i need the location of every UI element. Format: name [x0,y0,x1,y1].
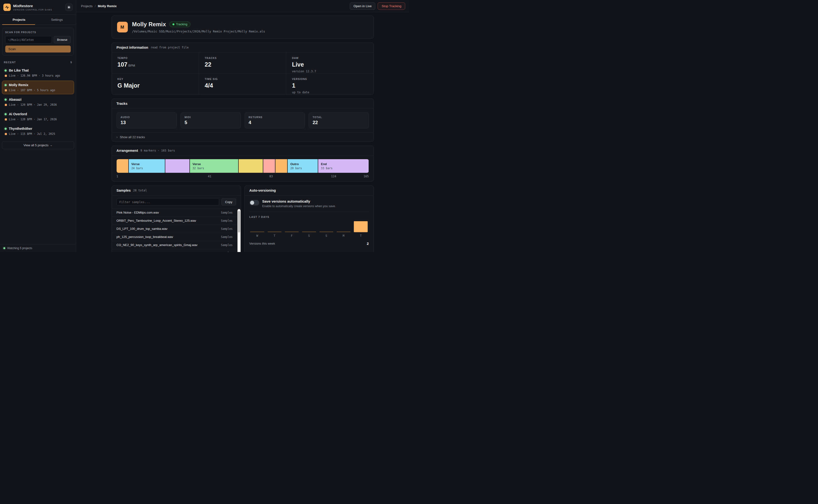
sample-row[interactable]: ph_125_percussion_loop_breakbeat.wavSamp… [112,233,241,241]
sample-filename: Pink Noise - EDMtips.com.wav [116,211,159,214]
track-stat-audio: AUDIO13 [116,112,177,128]
samples-scrollbar-track[interactable] [238,209,241,252]
chart-day-column [250,221,265,232]
recent-project-item[interactable]: ThynthethitherLive · 115 BPM · Jul 2, 20… [2,124,74,138]
arrangement-segment-verse[interactable]: Verse24 bars [129,159,165,173]
recent-project-meta: Live · 126.94 BPM · 3 hours ago [9,74,60,77]
scan-path-input[interactable] [5,36,52,43]
project-information-subtitle: read from project file [150,46,188,49]
samples-scrollbar-thumb[interactable] [238,211,240,232]
daw-live-icon [5,75,7,77]
arrangement-segment-end[interactable]: End33 bars [318,159,369,173]
track-stat-value: 13 [121,120,173,125]
sun-icon [67,5,71,9]
segment-bars: 24 bars [131,167,143,170]
arrangement-segment[interactable] [276,159,288,173]
tracks-card: Tracks AUDIO13MIDI5RETURNS4TOTAL22 › Sho… [111,99,374,142]
arrangement-segment[interactable] [116,159,129,173]
tracking-status-badge: Tracking [169,21,190,27]
scan-for-projects-card: SCAN FOR PROJECTS Browse Scan [2,28,74,56]
recent-project-item[interactable]: Be Like ThatLive · 126.94 BPM · 3 hours … [2,66,74,80]
recent-project-item[interactable]: AbasaziLive · 120 BPM · Jan 29, 2026 [2,95,74,109]
tab-settings[interactable]: Settings [38,15,76,25]
bar-tick: 124 [331,175,336,178]
track-stat-label: TOTAL [313,116,365,119]
chart-day-bar [285,231,299,232]
breadcrumb-current: Molly Remix [98,4,117,8]
sample-row[interactable]: ORBIT_Perc_Tambourine_Loop_Accent_Stereo… [112,217,241,225]
samples-card: Samples 28 total Copy Pink Noise - EDMti… [111,185,241,252]
project-status-dot [5,128,7,130]
sample-folder-badge: Samples [221,243,233,247]
recent-project-name-row: Thynthethither [5,127,71,131]
info-cell-label: KEY [117,78,193,80]
segment-name: End [321,162,332,166]
project-information-grid: TEMPO107BPMTRACKS22DAWLiveversion 12.3.7… [112,53,374,95]
project-title: Molly Remix [132,21,166,28]
recent-project-name: Thynthethither [9,127,32,131]
recent-project-name-row: Molly Remix [5,83,71,87]
browse-button[interactable]: Browse [54,36,71,43]
recent-project-meta-row: Live · 120 BPM · Jan 29, 2026 [5,103,71,106]
sample-row[interactable]: DS_LPT_100_drum_top_samba.wavSamples [112,225,241,233]
info-cell-time-sig: TIME SIG4/4 [199,73,286,95]
recent-project-name-row: Ai Overlord [5,112,71,116]
arrangement-segment-outro[interactable]: Outro20 bars [288,159,318,173]
track-stat-total: TOTAL22 [309,112,369,128]
versions-this-week-label: Versions this week [250,242,275,245]
sample-row[interactable]: Pink Noise - EDMtips.com.wavSamples [112,209,241,217]
info-cell-value: 22 [205,61,280,68]
recent-project-meta-row: Live · 120 BPM · Jan 17, 2026 [5,118,71,121]
project-file-path: /Volumes/Music SSD/Music/Projects/2026/M… [132,30,265,33]
recent-project-name-row: Abasazi [5,98,71,101]
sample-folder-badge: Samples [221,235,233,239]
segment-bars: 20 bars [290,167,302,170]
sample-filename: DS_LPT_100_drum_top_samba.wav [116,227,167,231]
recent-project-item[interactable]: Ai OverlordLive · 120 BPM · Jan 17, 2026 [2,110,74,123]
breadcrumb-projects[interactable]: Projects [81,4,93,8]
sample-filename: LEX_FSPBRJ_158_Piano_Loop_Never_Topline_… [116,251,198,252]
info-cell-subtext: version 12.3.7 [292,70,368,73]
daw-live-icon [5,89,7,91]
track-stat-label: AUDIO [121,116,173,119]
samples-toolbar: Copy [112,195,241,209]
tab-projects[interactable]: Projects [0,15,38,25]
sample-list: Pink Noise - EDMtips.com.wavSamplesORBIT… [112,209,241,252]
project-status-dot [5,69,7,72]
recent-project-name-row: Be Like That [5,68,71,72]
arrangement-segment[interactable] [165,159,190,173]
show-all-tracks-button[interactable]: › Show all 22 tracks [112,132,374,142]
sample-row[interactable]: LEX_FSPBRJ_158_Piano_Loop_Never_Topline_… [112,249,241,252]
breadcrumb-separator: / [95,4,96,8]
save-versions-toggle[interactable] [250,200,259,205]
scan-button[interactable]: Scan [5,46,71,53]
daw-live-icon [5,104,7,106]
samples-title: Samples [116,189,131,192]
recent-project-item[interactable]: Molly RemixLive · 107 BPM · 5 hours ago [2,81,74,94]
view-all-projects-button[interactable]: View all 5 projects → [2,141,74,149]
save-versions-label: Save versions automatically [262,199,336,203]
arrangement-segment-verse[interactable]: Verse32 bars [190,159,239,173]
scan-heading: SCAN FOR PROJECTS [5,31,71,34]
recent-header: RECENT 5 [4,61,72,64]
app-identity: MixRestore VERSION CONTROL FOR DAWS [13,4,52,11]
info-cell-label: DAW [292,57,368,59]
sidebar-header: MixRestore VERSION CONTROL FOR DAWS [0,0,76,15]
sample-filename: ph_125_percussion_loop_breakbeat.wav [116,235,173,239]
open-in-live-button[interactable]: Open in Live [350,2,376,10]
recent-project-meta: Live · 120 BPM · Jan 29, 2026 [9,103,57,106]
info-cell-key: KEYG Major [112,73,199,95]
sample-folder-badge: Samples [221,219,233,222]
segment-label: Outro20 bars [290,162,302,170]
segment-label: End33 bars [321,162,332,170]
theme-toggle-button[interactable] [65,4,73,11]
filter-samples-input[interactable] [116,198,219,205]
stop-tracking-button[interactable]: Stop Tracking [378,2,405,10]
copy-samples-button[interactable]: Copy [222,198,236,205]
chart-day-label: F [284,234,300,237]
arrangement-segment[interactable] [263,159,276,173]
sample-filename: CO_NE2_90_keys_synth_arp_american_spirit… [116,243,197,247]
versions-bar-chart [250,221,369,232]
arrangement-segment[interactable] [239,159,263,173]
sample-row[interactable]: CO_NE2_90_keys_synth_arp_american_spirit… [112,241,241,249]
